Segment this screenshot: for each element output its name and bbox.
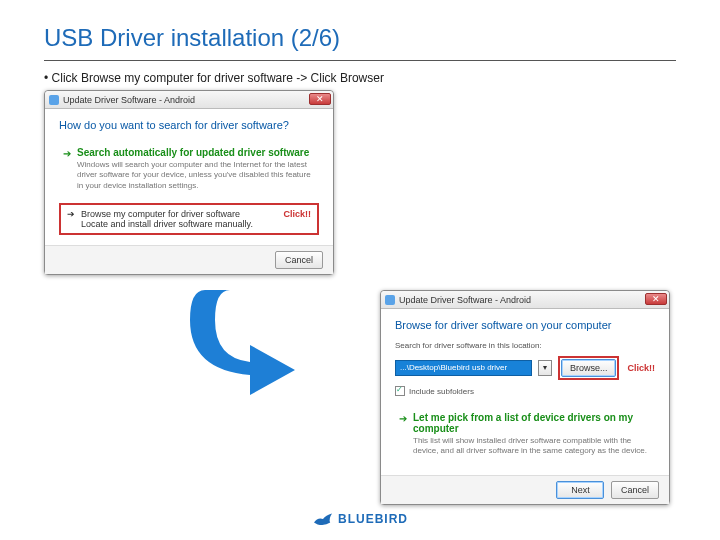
- browse-highlight: Browse...: [558, 356, 620, 380]
- option-desc: Locate and install driver software manua…: [81, 219, 269, 229]
- dialog2-titlebar[interactable]: Update Driver Software - Android ✕: [381, 291, 669, 309]
- title-rule: [44, 60, 676, 61]
- let-me-pick-option[interactable]: ➔ Let me pick from a list of device driv…: [395, 406, 655, 463]
- dialog2-title: Update Driver Software - Android: [399, 295, 531, 305]
- option-desc: Windows will search your computer and th…: [77, 160, 315, 191]
- search-automatically-option[interactable]: ➔ Search automatically for updated drive…: [59, 141, 319, 197]
- arrow-icon: ➔: [67, 209, 75, 219]
- search-location-label: Search for driver software in this locat…: [395, 341, 655, 350]
- cancel-button[interactable]: Cancel: [275, 251, 323, 269]
- click-annotation: Click!!: [627, 363, 655, 373]
- window-icon: [385, 295, 395, 305]
- update-driver-dialog-2: Update Driver Software - Android ✕ Brows…: [380, 290, 670, 505]
- close-icon[interactable]: ✕: [309, 93, 331, 105]
- include-subfolders-label: Include subfolders: [409, 387, 474, 396]
- bird-icon: [312, 510, 334, 528]
- brand-name: BLUEBIRD: [338, 512, 408, 526]
- option-title: Let me pick from a list of device driver…: [413, 412, 651, 434]
- driver-path-input[interactable]: ...\Desktop\Bluebird usb driver: [395, 360, 532, 376]
- arrow-icon: ➔: [63, 148, 71, 191]
- bluebird-logo: BLUEBIRD: [312, 510, 408, 528]
- next-button[interactable]: Next: [556, 481, 604, 499]
- close-icon[interactable]: ✕: [645, 293, 667, 305]
- option-title: Search automatically for updated driver …: [77, 147, 315, 158]
- dialog1-heading: How do you want to search for driver sof…: [59, 119, 319, 131]
- dialog2-footer: Next Cancel: [381, 475, 669, 504]
- dialog1-title: Update Driver Software - Android: [63, 95, 195, 105]
- checkbox-icon: [395, 386, 405, 396]
- browse-my-computer-option[interactable]: ➔ Browse my computer for driver software…: [59, 203, 319, 235]
- option-title: Browse my computer for driver software: [81, 209, 269, 219]
- slide-title: USB Driver installation (2/6): [0, 0, 720, 60]
- click-annotation: Click!!: [283, 209, 311, 219]
- chevron-down-icon[interactable]: ▾: [538, 360, 552, 376]
- browse-button[interactable]: Browse...: [561, 359, 617, 377]
- dialog1-footer: Cancel: [45, 245, 333, 274]
- dialog2-heading: Browse for driver software on your compu…: [395, 319, 655, 331]
- flow-arrow-icon: [170, 280, 310, 420]
- option-desc: This list will show installed driver sof…: [413, 436, 651, 457]
- instruction-bullet: Click Browse my computer for driver soft…: [0, 71, 720, 85]
- cancel-button[interactable]: Cancel: [611, 481, 659, 499]
- update-driver-dialog-1: Update Driver Software - Android ✕ How d…: [44, 90, 334, 275]
- dialog1-titlebar[interactable]: Update Driver Software - Android ✕: [45, 91, 333, 109]
- include-subfolders-checkbox[interactable]: Include subfolders: [395, 386, 655, 396]
- window-icon: [49, 95, 59, 105]
- arrow-icon: ➔: [399, 413, 407, 457]
